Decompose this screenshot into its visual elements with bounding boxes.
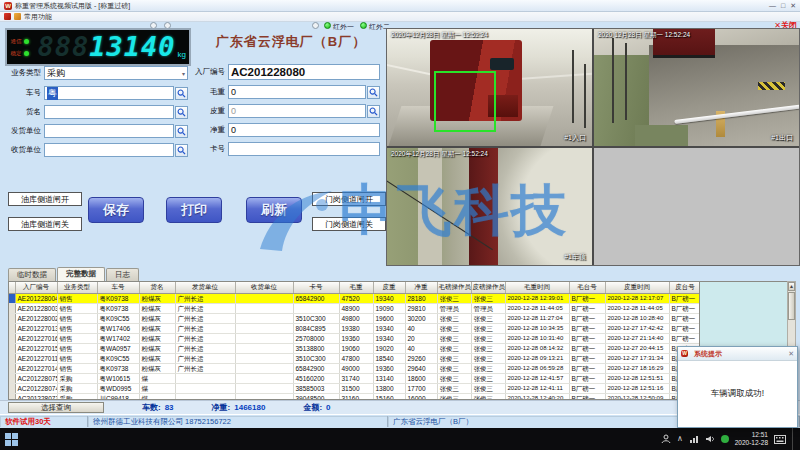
gross-input[interactable]: 0: [228, 85, 366, 99]
column-header[interactable]: 毛重: [339, 282, 373, 293]
start-button[interactable]: [0, 428, 22, 450]
taskbar-clock[interactable]: 12:51 2020-12-28: [735, 431, 768, 447]
depot-gate-close-button[interactable]: 油库侧道闸关: [8, 217, 82, 231]
column-header[interactable]: 卡号: [293, 282, 339, 293]
column-header[interactable]: 业务类型: [57, 282, 97, 293]
column-header[interactable]: 净重: [405, 282, 437, 293]
table-row[interactable]: AE201227011销售粤K09C55粉煤灰广州长运3510C30047800…: [9, 353, 700, 363]
tare-input[interactable]: 0: [228, 104, 366, 118]
save-button[interactable]: 保存: [88, 197, 144, 223]
tab-temp-data[interactable]: 临时数据: [8, 268, 56, 281]
guard-gate-open-button[interactable]: 门岗侧道闸开: [312, 192, 386, 206]
table-row[interactable]: AE201227016销售粤W17402粉煤灰广州长运2570800019360…: [9, 333, 700, 343]
minimize-button[interactable]: —: [769, 2, 776, 10]
gross-search-button[interactable]: [367, 86, 380, 99]
touch-keyboard-icon[interactable]: [774, 435, 786, 444]
select-query-button[interactable]: 选择查询: [8, 402, 104, 413]
table-cell: 17700: [405, 383, 437, 393]
table-cell: B厂磅一: [569, 293, 605, 303]
dialog-header[interactable]: W 系统提示 ✕: [678, 347, 797, 361]
column-header[interactable]: 皮台号: [669, 282, 700, 293]
maximize-button[interactable]: □: [781, 2, 785, 10]
show-desktop-button[interactable]: [792, 428, 796, 450]
refresh-button[interactable]: 刷新: [246, 197, 302, 223]
truck-side: [469, 148, 498, 265]
column-header[interactable]: 皮磅操作员: [471, 282, 505, 293]
table-row[interactable]: AC201228075采购粤W10615煤4516020031740131401…: [9, 373, 700, 383]
table-row[interactable]: AE201228003销售粤K09738粉煤灰广州长运4890019090298…: [9, 303, 700, 313]
dialog-message: 车辆调取成功!: [678, 361, 797, 427]
receiver-search-button[interactable]: [175, 144, 188, 157]
column-header[interactable]: 毛重时间: [505, 282, 569, 293]
vehicle-search-button[interactable]: [175, 87, 188, 100]
table-row[interactable]: AE201227013销售粤W17406粉煤灰广州长运8084C89519380…: [9, 323, 700, 333]
user-tray-icon[interactable]: [661, 434, 671, 444]
table-cell: [235, 333, 293, 343]
shipper-label: 发货单位: [2, 126, 44, 136]
table-cell: 2020-12-28 08:14:32: [505, 343, 569, 353]
net-total-value: 1466180: [234, 403, 265, 412]
receiver-input[interactable]: [44, 143, 174, 157]
table-cell: 49800: [339, 313, 373, 323]
table-cell: B厂磅一: [569, 393, 605, 400]
table-row[interactable]: AE201227015销售粤WA0957粉煤灰广州长运3513880019060…: [9, 343, 700, 353]
scrollbar-thumb[interactable]: [788, 292, 795, 320]
table-cell: AC201228074: [15, 383, 57, 393]
table-cell: 2020-12-28 12:39:01: [505, 293, 569, 303]
table-cell: 张俊三: [471, 323, 505, 333]
table-cell: 2020-12-27 20:44:15: [605, 343, 669, 353]
tray-expand-icon[interactable]: ∧: [677, 428, 683, 450]
column-header[interactable]: 毛台号: [569, 282, 605, 293]
vehicle-no-label: 车号: [2, 88, 44, 98]
table-cell: 19340: [373, 293, 405, 303]
scroll-up-icon[interactable]: ▲: [788, 282, 795, 291]
shipper-search-button[interactable]: [175, 125, 188, 138]
card-no-input[interactable]: [228, 142, 380, 156]
goods-search-button[interactable]: [175, 106, 188, 119]
column-header[interactable]: 发货单位: [175, 282, 235, 293]
business-type-select[interactable]: 采购 ▾: [44, 66, 188, 80]
tab-complete-data[interactable]: 完整数据: [57, 267, 105, 281]
table-row[interactable]: AC201228074采购粤WD0995煤3858500331500138001…: [9, 383, 700, 393]
network-icon[interactable]: [689, 434, 699, 444]
column-header[interactable]: 货名: [139, 282, 175, 293]
column-header[interactable]: 皮重: [373, 282, 405, 293]
table-row[interactable]: AC201228073采购川C99418煤3904850031160151601…: [9, 393, 700, 400]
table-cell: 35138800: [293, 343, 339, 353]
dialog-close-icon[interactable]: ✕: [788, 350, 794, 358]
table-row[interactable]: AE201228002销售粤K09C55粉煤灰广州长运3510C30049800…: [9, 313, 700, 323]
vehicle-count-label: 车数:: [142, 402, 161, 413]
column-header[interactable]: 皮重时间: [605, 282, 669, 293]
table-cell: 张俊三: [437, 333, 471, 343]
table-row[interactable]: AE201227014销售粤K09738粉煤灰广州长运6584290049000…: [9, 363, 700, 373]
column-header[interactable]: 毛磅操作员: [437, 282, 471, 293]
print-button[interactable]: 打印: [166, 197, 222, 223]
vehicle-no-row: 车号 粤: [2, 86, 188, 100]
column-header[interactable]: 收货单位: [235, 282, 293, 293]
table-cell: 40: [405, 343, 437, 353]
close-button[interactable]: ✕: [790, 2, 796, 10]
goods-input[interactable]: [44, 105, 174, 119]
volume-icon[interactable]: [705, 434, 715, 444]
shipper-input[interactable]: [44, 124, 174, 138]
table-cell: 张俊三: [437, 373, 471, 383]
tare-search-button[interactable]: [367, 105, 380, 118]
menu-item-common-functions[interactable]: 常用功能: [24, 12, 52, 22]
table-cell: 8084C895: [293, 323, 339, 333]
table-cell: 19060: [339, 343, 373, 353]
table-cell: AE201227011: [15, 353, 57, 363]
table-cell: 25708000: [293, 333, 339, 343]
security-tray-icon[interactable]: [721, 435, 729, 443]
guard-gate-close-button[interactable]: 门岗侧道闸关: [312, 217, 386, 231]
table-cell: 47800: [339, 353, 373, 363]
entry-no-input[interactable]: AC201228080: [228, 64, 380, 80]
net-input[interactable]: 0: [228, 123, 380, 137]
table-cell: 2020-12-28 12:50:09: [605, 393, 669, 400]
vehicle-no-input[interactable]: 粤: [44, 86, 174, 100]
table-cell: 销售: [57, 353, 97, 363]
tab-log[interactable]: 日志: [106, 268, 139, 281]
depot-gate-open-button[interactable]: 油库侧道闸开: [8, 192, 82, 206]
column-header[interactable]: 入厂编号: [15, 282, 57, 293]
table-row[interactable]: AE201228004销售粤K09738粉煤灰广州长运6584290047520…: [9, 293, 700, 303]
column-header[interactable]: 车号: [97, 282, 139, 293]
